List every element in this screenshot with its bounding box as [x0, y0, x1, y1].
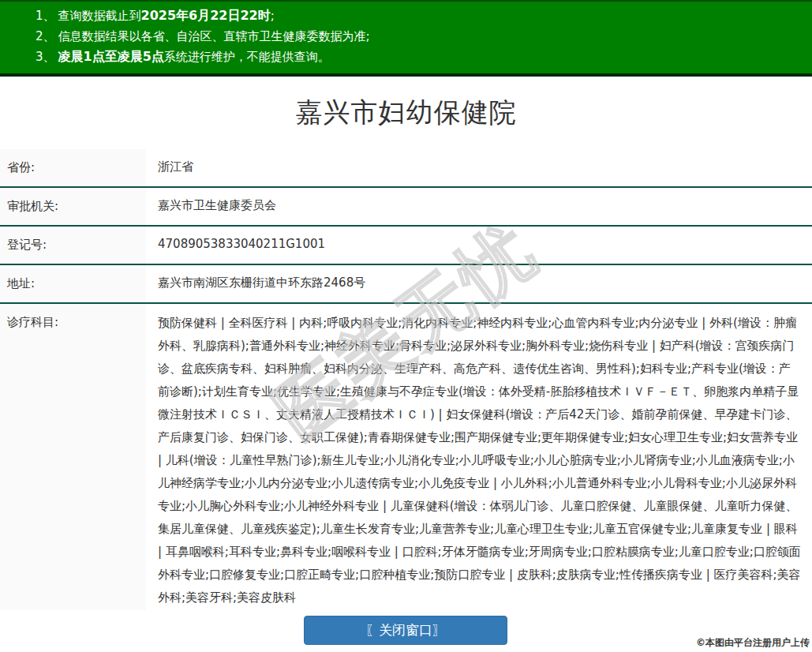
table-row-medical-subjects: 诊疗科目: 预防保健科 | 全科医疗科 | 内科;呼吸内科专业;消化内科专业;神… — [0, 304, 812, 610]
notice-text-bold: 2025年6月22日22时 — [141, 8, 271, 23]
row-value: 嘉兴市卫生健康委员会 — [146, 188, 812, 225]
row-value: 47089053833040211G1001 — [146, 227, 812, 264]
notice-line-2: 2、信息数据结果以各省、自治区、直辖市卫生健康委数据为准; — [0, 26, 812, 47]
notice-text: 系统进行维护，不能提供查询。 — [164, 50, 330, 64]
row-label: 诊疗科目: — [0, 304, 146, 610]
notice-text: 查询数据截止到 — [58, 9, 141, 23]
notice-bar: 1、查询数据截止到2025年6月22日22时; 2、信息数据结果以各省、自治区、… — [0, 0, 812, 77]
close-window-button[interactable]: 〖关闭窗口〗 — [304, 616, 507, 645]
notice-text: 信息数据结果以各省、自治区、直辖市卫生健康委数据为准; — [58, 29, 370, 43]
notice-number: 3、 — [36, 47, 55, 67]
notice-text-bold: 凌晨1点至凌晨5点 — [58, 49, 164, 64]
upload-credit-watermark: ©本图由平台注册用户上传 — [696, 636, 810, 650]
table-row-approval-authority: 审批机关: 嘉兴市卫生健康委员会 — [0, 188, 812, 227]
table-row-registration-number: 登记号: 47089053833040211G1001 — [0, 227, 812, 265]
row-label: 地址: — [0, 265, 146, 302]
notice-line-1: 1、查询数据截止到2025年6月22日22时; — [0, 6, 812, 26]
row-value: 嘉兴市南湖区东栅街道中环东路2468号 — [146, 265, 812, 302]
table-row-address: 地址: 嘉兴市南湖区东栅街道中环东路2468号 — [0, 265, 812, 304]
row-label: 登记号: — [0, 227, 146, 264]
page-title: 嘉兴市妇幼保健院 — [0, 77, 812, 149]
table-row-province: 省份: 浙江省 — [0, 149, 812, 188]
row-label: 省份: — [0, 149, 146, 186]
notice-line-3: 3、凌晨1点至凌晨5点系统进行维护，不能提供查询。 — [0, 47, 812, 67]
row-value: 浙江省 — [146, 149, 812, 186]
row-label: 审批机关: — [0, 188, 146, 225]
notice-number: 2、 — [36, 26, 55, 47]
notice-number: 1、 — [36, 6, 55, 26]
notice-text: ; — [271, 9, 275, 23]
institution-detail-table: 省份: 浙江省 审批机关: 嘉兴市卫生健康委员会 登记号: 4708905383… — [0, 149, 812, 610]
row-value: 预防保健科 | 全科医疗科 | 内科;呼吸内科专业;消化内科专业;神经内科专业;… — [146, 304, 812, 610]
